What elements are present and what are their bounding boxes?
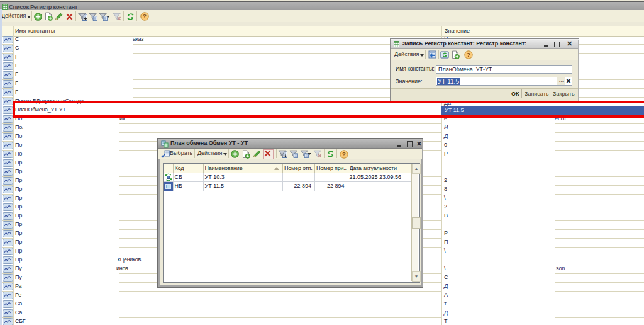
svg-text:?: ? [143,13,147,20]
svg-text:?: ? [342,151,346,157]
svg-text:?: ? [467,51,470,58]
